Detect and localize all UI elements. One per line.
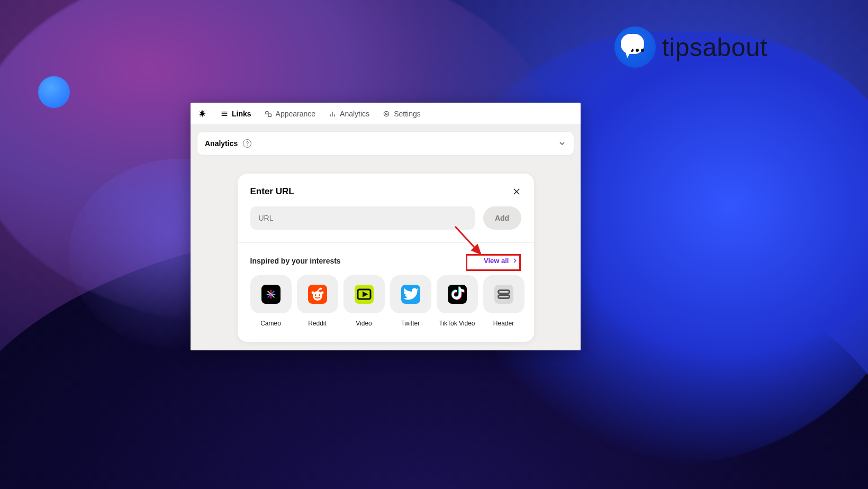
tile-video[interactable]: Video xyxy=(343,275,385,327)
close-icon[interactable] xyxy=(512,187,521,196)
nav-analytics[interactable]: Analytics xyxy=(328,110,369,118)
chevron-right-icon xyxy=(511,257,518,264)
svg-marker-19 xyxy=(363,293,366,296)
view-all-link[interactable]: View all xyxy=(481,255,521,267)
chevron-down-icon xyxy=(558,139,566,148)
svg-point-13 xyxy=(314,294,316,296)
gear-icon xyxy=(382,110,391,118)
enter-url-card: Enter URL Add Inspired by your interests… xyxy=(238,174,534,342)
reddit-icon xyxy=(308,285,327,304)
nav-settings[interactable]: Settings xyxy=(382,110,421,118)
svg-point-12 xyxy=(313,291,322,301)
brand-logo-icon xyxy=(614,26,656,68)
nav-links[interactable]: Links xyxy=(220,110,251,118)
tile-reddit[interactable]: Reddit xyxy=(297,275,338,327)
divider xyxy=(238,242,534,243)
list-icon xyxy=(220,110,229,118)
page-body: Analytics ? Enter URL Add Inspired by yo… xyxy=(191,125,581,350)
svg-point-9 xyxy=(385,113,387,114)
help-icon[interactable]: ? xyxy=(243,139,251,148)
tile-twitter[interactable]: Twitter xyxy=(390,275,431,327)
interest-tiles: Cameo Reddit Video xyxy=(250,275,521,327)
tile-label: Video xyxy=(356,320,372,327)
shapes-icon xyxy=(264,110,273,118)
twitter-icon xyxy=(401,285,420,304)
analytics-collapsible[interactable]: Analytics ? xyxy=(197,131,574,156)
interests-title: Inspired by your interests xyxy=(250,257,341,265)
card-title: Enter URL xyxy=(250,186,294,197)
tile-header[interactable]: Header xyxy=(483,275,525,327)
nav-analytics-label: Analytics xyxy=(340,110,369,118)
svg-point-3 xyxy=(265,111,268,114)
svg-rect-20 xyxy=(498,291,509,294)
video-icon xyxy=(355,285,374,304)
tile-label: Cameo xyxy=(260,320,281,327)
tile-label: TikTok Video xyxy=(439,320,475,327)
cameo-icon xyxy=(261,285,281,304)
nav-settings-label: Settings xyxy=(394,110,421,118)
svg-point-15 xyxy=(321,292,323,294)
tiktok-icon xyxy=(448,285,467,304)
nav-links-label: Links xyxy=(232,110,251,118)
view-all-label: View all xyxy=(484,257,509,265)
bg-dot xyxy=(38,76,70,108)
bar-chart-icon xyxy=(328,110,337,118)
brand-watermark: tipsabout xyxy=(614,26,767,68)
url-input[interactable] xyxy=(250,206,475,230)
nav-appearance[interactable]: Appearance xyxy=(264,110,316,118)
top-nav: Links Appearance Analytics Settings xyxy=(191,103,581,125)
svg-point-17 xyxy=(319,287,321,289)
brand-name: tipsabout xyxy=(662,33,767,62)
svg-point-14 xyxy=(319,294,320,296)
app-logo-icon xyxy=(197,108,207,119)
tile-label: Twitter xyxy=(401,320,420,327)
tile-label: Reddit xyxy=(308,320,327,327)
svg-point-8 xyxy=(384,111,388,116)
tile-cameo[interactable]: Cameo xyxy=(250,275,292,327)
nav-appearance-label: Appearance xyxy=(276,110,316,118)
analytics-title: Analytics xyxy=(205,139,238,148)
svg-rect-21 xyxy=(498,295,509,298)
svg-point-16 xyxy=(311,292,314,294)
add-button[interactable]: Add xyxy=(483,206,521,230)
tile-label: Header xyxy=(493,320,514,327)
tile-tiktok[interactable]: TikTok Video xyxy=(437,275,478,327)
svg-rect-4 xyxy=(268,114,271,116)
header-icon xyxy=(494,285,513,304)
app-window: Links Appearance Analytics Settings Anal… xyxy=(191,103,581,350)
